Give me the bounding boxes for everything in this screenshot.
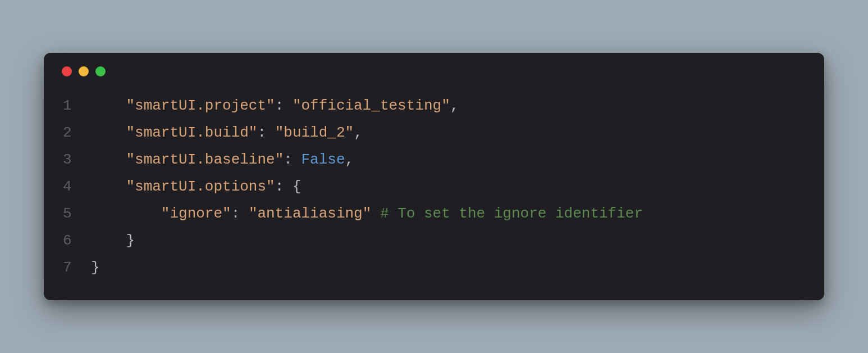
close-icon[interactable] <box>62 66 72 76</box>
token-str: "smartUI.build" <box>126 124 257 141</box>
zoom-icon[interactable] <box>95 66 106 76</box>
indent <box>91 178 126 195</box>
line-content: "smartUI.baseline": False, <box>91 146 354 173</box>
indent <box>91 205 161 222</box>
line-content: "ignore": "antialiasing" # To set the ig… <box>91 200 643 227</box>
line-number: 7 <box>60 254 91 281</box>
line-content: "smartUI.options": { <box>91 173 301 200</box>
indent <box>91 232 126 249</box>
line-number: 4 <box>60 173 91 200</box>
token-punc: , <box>450 97 459 114</box>
token-punc: : { <box>275 178 301 195</box>
token-str: "official_testing" <box>293 97 450 114</box>
code-line: 6 } <box>60 227 808 254</box>
line-number: 5 <box>60 200 91 227</box>
line-content: "smartUI.project": "official_testing", <box>91 92 459 119</box>
token-str: "ignore" <box>161 205 231 222</box>
line-content: "smartUI.build": "build_2", <box>91 119 363 146</box>
indent <box>91 97 126 114</box>
code-block[interactable]: 1 "smartUI.project": "official_testing",… <box>60 92 808 282</box>
token-kw: False <box>301 151 345 168</box>
indent <box>91 151 126 168</box>
token-punc: } <box>126 232 135 249</box>
line-content: } <box>91 227 135 254</box>
line-number: 1 <box>60 92 91 119</box>
indent <box>91 124 126 141</box>
window-titlebar <box>60 66 808 76</box>
code-line: 4 "smartUI.options": { <box>60 173 808 200</box>
token-str: "antialiasing" <box>249 205 371 222</box>
line-number: 3 <box>60 146 91 173</box>
token-punc: , <box>345 151 354 168</box>
code-line: 1 "smartUI.project": "official_testing", <box>60 92 808 119</box>
code-window: 1 "smartUI.project": "official_testing",… <box>44 53 824 301</box>
token-str: "smartUI.options" <box>126 178 275 195</box>
minimize-icon[interactable] <box>79 66 89 76</box>
token-punc: : <box>284 151 301 168</box>
token-punc: : <box>275 97 293 114</box>
line-content: } <box>91 254 100 281</box>
token-punc: : <box>257 124 275 141</box>
token-punc <box>371 205 380 222</box>
token-str: "smartUI.baseline" <box>126 151 284 168</box>
token-punc: , <box>354 124 363 141</box>
code-line: 3 "smartUI.baseline": False, <box>60 146 808 173</box>
line-number: 2 <box>60 119 91 146</box>
code-line: 7} <box>60 254 808 281</box>
token-punc: } <box>91 259 100 276</box>
token-str: "build_2" <box>275 124 354 141</box>
token-punc: : <box>231 205 249 222</box>
line-number: 6 <box>60 227 91 254</box>
code-line: 5 "ignore": "antialiasing" # To set the … <box>60 200 808 227</box>
token-str: "smartUI.project" <box>126 97 275 114</box>
token-comment: # To set the ignore identifier <box>380 205 643 222</box>
code-line: 2 "smartUI.build": "build_2", <box>60 119 808 146</box>
